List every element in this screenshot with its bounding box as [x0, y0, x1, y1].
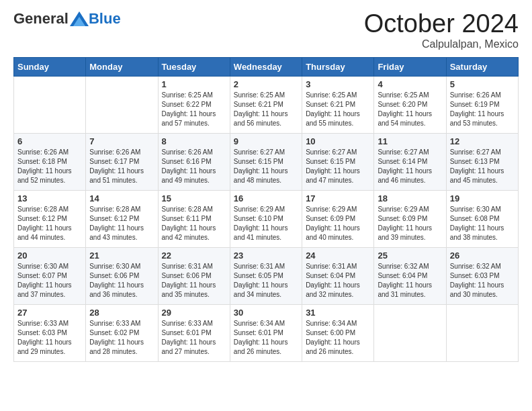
day-number: 10 [306, 136, 370, 146]
day-info: Sunrise: 6:28 AM Sunset: 6:12 PM Dayligh… [17, 205, 82, 242]
weekday-header-row: SundayMondayTuesdayWednesdayThursdayFrid… [14, 57, 519, 76]
calendar-cell: 18Sunrise: 6:29 AM Sunset: 6:09 PM Dayli… [374, 190, 446, 247]
calendar-cell: 7Sunrise: 6:26 AM Sunset: 6:17 PM Daylig… [86, 133, 158, 190]
calendar-cell: 20Sunrise: 6:30 AM Sunset: 6:07 PM Dayli… [14, 247, 86, 304]
calendar-cell: 4Sunrise: 6:25 AM Sunset: 6:20 PM Daylig… [374, 76, 446, 133]
day-info: Sunrise: 6:28 AM Sunset: 6:11 PM Dayligh… [162, 205, 226, 242]
day-info: Sunrise: 6:33 AM Sunset: 6:03 PM Dayligh… [17, 319, 82, 357]
day-info: Sunrise: 6:27 AM Sunset: 6:15 PM Dayligh… [234, 148, 298, 185]
calendar-cell: 25Sunrise: 6:32 AM Sunset: 6:04 PM Dayli… [374, 247, 446, 304]
day-info: Sunrise: 6:27 AM Sunset: 6:13 PM Dayligh… [450, 148, 515, 185]
weekday-header-sunday: Sunday [14, 57, 86, 76]
calendar-cell: 14Sunrise: 6:28 AM Sunset: 6:12 PM Dayli… [86, 190, 158, 247]
day-info: Sunrise: 6:25 AM Sunset: 6:21 PM Dayligh… [234, 91, 298, 128]
title-area: October 2024 Calpulalpan, Mexico [364, 10, 519, 50]
day-number: 1 [162, 79, 226, 89]
weekday-header-tuesday: Tuesday [158, 57, 230, 76]
calendar-cell: 12Sunrise: 6:27 AM Sunset: 6:13 PM Dayli… [446, 133, 518, 190]
calendar-cell: 6Sunrise: 6:26 AM Sunset: 6:18 PM Daylig… [14, 133, 86, 190]
calendar-cell: 28Sunrise: 6:33 AM Sunset: 6:02 PM Dayli… [86, 304, 158, 361]
day-number: 6 [17, 136, 82, 146]
day-info: Sunrise: 6:30 AM Sunset: 6:08 PM Dayligh… [450, 205, 515, 242]
calendar-cell: 15Sunrise: 6:28 AM Sunset: 6:11 PM Dayli… [158, 190, 230, 247]
day-number: 21 [89, 250, 154, 261]
calendar-cell: 11Sunrise: 6:27 AM Sunset: 6:14 PM Dayli… [374, 133, 446, 190]
day-info: Sunrise: 6:28 AM Sunset: 6:12 PM Dayligh… [89, 205, 154, 242]
day-info: Sunrise: 6:32 AM Sunset: 6:03 PM Dayligh… [450, 262, 515, 300]
calendar-cell: 23Sunrise: 6:31 AM Sunset: 6:05 PM Dayli… [230, 247, 302, 304]
calendar-table: SundayMondayTuesdayWednesdayThursdayFrid… [13, 57, 519, 362]
logo-blue: Blue [89, 10, 121, 28]
day-number: 25 [378, 250, 442, 261]
day-info: Sunrise: 6:27 AM Sunset: 6:15 PM Dayligh… [306, 148, 370, 185]
week-row-1: 1Sunrise: 6:25 AM Sunset: 6:22 PM Daylig… [14, 76, 519, 133]
day-number: 28 [89, 308, 154, 318]
day-number: 4 [378, 79, 442, 89]
calendar-cell: 3Sunrise: 6:25 AM Sunset: 6:21 PM Daylig… [302, 76, 374, 133]
weekday-header-monday: Monday [86, 57, 158, 76]
day-info: Sunrise: 6:33 AM Sunset: 6:01 PM Dayligh… [162, 319, 226, 357]
day-number: 19 [450, 193, 515, 203]
logo-text: General Blue [13, 10, 121, 28]
calendar-cell: 26Sunrise: 6:32 AM Sunset: 6:03 PM Dayli… [446, 247, 518, 304]
calendar-cell [14, 76, 86, 133]
month-title: October 2024 [364, 10, 519, 38]
day-info: Sunrise: 6:27 AM Sunset: 6:14 PM Dayligh… [378, 148, 442, 185]
weekday-header-wednesday: Wednesday [230, 57, 302, 76]
calendar-cell: 22Sunrise: 6:31 AM Sunset: 6:06 PM Dayli… [158, 247, 230, 304]
day-info: Sunrise: 6:33 AM Sunset: 6:02 PM Dayligh… [89, 319, 154, 357]
week-row-4: 20Sunrise: 6:30 AM Sunset: 6:07 PM Dayli… [14, 247, 519, 304]
day-number: 22 [162, 250, 226, 261]
day-info: Sunrise: 6:29 AM Sunset: 6:09 PM Dayligh… [306, 205, 370, 242]
day-number: 16 [234, 193, 298, 203]
day-info: Sunrise: 6:31 AM Sunset: 6:05 PM Dayligh… [234, 262, 298, 300]
page-container: General Blue October 2024 Calpulalpan, M… [0, 0, 532, 372]
calendar-cell: 16Sunrise: 6:29 AM Sunset: 6:10 PM Dayli… [230, 190, 302, 247]
day-info: Sunrise: 6:30 AM Sunset: 6:07 PM Dayligh… [17, 262, 82, 300]
calendar-cell: 1Sunrise: 6:25 AM Sunset: 6:22 PM Daylig… [158, 76, 230, 133]
day-number: 9 [234, 136, 298, 146]
week-row-5: 27Sunrise: 6:33 AM Sunset: 6:03 PM Dayli… [14, 304, 519, 361]
day-info: Sunrise: 6:29 AM Sunset: 6:09 PM Dayligh… [378, 205, 442, 242]
weekday-header-thursday: Thursday [302, 57, 374, 76]
day-number: 17 [306, 193, 370, 203]
day-number: 30 [234, 308, 298, 318]
day-info: Sunrise: 6:26 AM Sunset: 6:16 PM Dayligh… [162, 148, 226, 185]
day-info: Sunrise: 6:25 AM Sunset: 6:20 PM Dayligh… [378, 91, 442, 128]
calendar-cell [446, 304, 518, 361]
day-info: Sunrise: 6:34 AM Sunset: 6:01 PM Dayligh… [234, 319, 298, 357]
day-number: 31 [306, 308, 370, 318]
week-row-2: 6Sunrise: 6:26 AM Sunset: 6:18 PM Daylig… [14, 133, 519, 190]
calendar-cell [86, 76, 158, 133]
day-number: 27 [17, 308, 82, 318]
day-number: 5 [450, 79, 515, 89]
day-number: 24 [306, 250, 370, 261]
day-info: Sunrise: 6:25 AM Sunset: 6:22 PM Dayligh… [162, 91, 226, 128]
day-number: 7 [89, 136, 154, 146]
day-info: Sunrise: 6:32 AM Sunset: 6:04 PM Dayligh… [378, 262, 442, 300]
calendar-cell: 30Sunrise: 6:34 AM Sunset: 6:01 PM Dayli… [230, 304, 302, 361]
day-number: 14 [89, 193, 154, 203]
logo-icon [70, 11, 89, 26]
logo-general: General [13, 10, 69, 28]
page-header: General Blue October 2024 Calpulalpan, M… [13, 10, 519, 50]
day-number: 18 [378, 193, 442, 203]
location-title: Calpulalpan, Mexico [364, 38, 519, 50]
day-info: Sunrise: 6:26 AM Sunset: 6:19 PM Dayligh… [450, 91, 515, 128]
calendar-cell: 10Sunrise: 6:27 AM Sunset: 6:15 PM Dayli… [302, 133, 374, 190]
day-info: Sunrise: 6:34 AM Sunset: 6:00 PM Dayligh… [306, 319, 370, 357]
calendar-cell: 2Sunrise: 6:25 AM Sunset: 6:21 PM Daylig… [230, 76, 302, 133]
logo: General Blue [13, 10, 121, 28]
calendar-cell: 27Sunrise: 6:33 AM Sunset: 6:03 PM Dayli… [14, 304, 86, 361]
weekday-header-saturday: Saturday [446, 57, 518, 76]
day-number: 13 [17, 193, 82, 203]
calendar-cell: 21Sunrise: 6:30 AM Sunset: 6:06 PM Dayli… [86, 247, 158, 304]
calendar-cell: 8Sunrise: 6:26 AM Sunset: 6:16 PM Daylig… [158, 133, 230, 190]
day-info: Sunrise: 6:26 AM Sunset: 6:17 PM Dayligh… [89, 148, 154, 185]
calendar-cell: 24Sunrise: 6:31 AM Sunset: 6:04 PM Dayli… [302, 247, 374, 304]
calendar-cell: 13Sunrise: 6:28 AM Sunset: 6:12 PM Dayli… [14, 190, 86, 247]
calendar-cell: 31Sunrise: 6:34 AM Sunset: 6:00 PM Dayli… [302, 304, 374, 361]
calendar-cell: 5Sunrise: 6:26 AM Sunset: 6:19 PM Daylig… [446, 76, 518, 133]
week-row-3: 13Sunrise: 6:28 AM Sunset: 6:12 PM Dayli… [14, 190, 519, 247]
calendar-cell: 19Sunrise: 6:30 AM Sunset: 6:08 PM Dayli… [446, 190, 518, 247]
